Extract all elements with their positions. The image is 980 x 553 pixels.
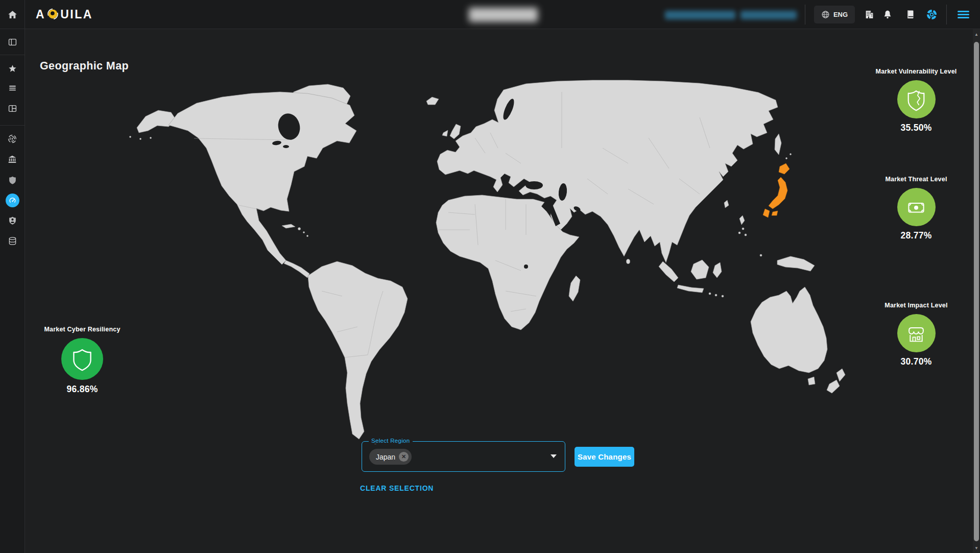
country-shape[interactable] xyxy=(137,110,176,133)
gauge-value: 96.86% xyxy=(30,384,134,395)
sidebar-divider xyxy=(0,55,25,55)
country-shape[interactable] xyxy=(308,261,408,439)
gauge-label: Market Vulnerability Level xyxy=(864,68,968,75)
home-button[interactable] xyxy=(0,0,25,29)
globe-icon xyxy=(821,10,830,19)
sidebar-item-radar[interactable] xyxy=(0,130,25,148)
support-button[interactable] xyxy=(922,0,941,29)
region-chip-japan[interactable]: Japan ✕ xyxy=(369,449,412,465)
topbar-divider xyxy=(946,5,947,25)
gauge-icon xyxy=(9,197,16,204)
banknote-icon xyxy=(902,194,930,221)
select-region-label: Select Region xyxy=(369,438,413,444)
gauge-value: 28.77% xyxy=(864,230,968,241)
broken-shield-icon xyxy=(902,86,930,113)
sidebar-item-panel[interactable] xyxy=(0,33,25,51)
scroll-down-icon[interactable]: ▼ xyxy=(973,546,980,550)
gauge-circle xyxy=(897,80,936,118)
storefront-icon xyxy=(902,320,930,347)
page-title: Geographic Map xyxy=(40,60,129,73)
brand-text-prefix: A xyxy=(36,8,45,21)
book-icon xyxy=(906,10,915,19)
brand-logo: A UILA xyxy=(36,0,93,29)
top-bar: A UILA ENG xyxy=(0,0,980,29)
shield-icon xyxy=(67,344,97,374)
language-label: ENG xyxy=(833,11,848,18)
language-selector[interactable]: ENG xyxy=(814,6,855,23)
scroll-up-icon[interactable]: ▲ xyxy=(973,32,980,37)
sidebar-item-dashboard[interactable] xyxy=(0,100,25,117)
side-nav xyxy=(0,29,25,553)
bank-icon xyxy=(8,155,17,164)
country-shape[interactable] xyxy=(569,276,580,301)
select-region-field[interactable]: Select Region Japan ✕ xyxy=(362,441,565,472)
active-indicator xyxy=(6,194,19,207)
main-menu-button[interactable] xyxy=(954,0,972,29)
save-changes-button[interactable]: Save Changes xyxy=(575,447,634,467)
country-shape[interactable] xyxy=(751,287,827,373)
chip-remove-icon[interactable]: ✕ xyxy=(399,452,409,462)
redacted-page-header xyxy=(469,8,538,22)
clear-selection-link[interactable]: CLEAR SELECTION xyxy=(360,484,434,492)
radar-icon xyxy=(8,134,17,143)
sidebar-item-favorites[interactable] xyxy=(0,60,25,77)
logo-eye-icon xyxy=(46,8,59,20)
world-map[interactable] xyxy=(117,77,863,444)
star-icon xyxy=(8,64,17,73)
gauge-circle xyxy=(61,338,103,380)
home-icon xyxy=(8,10,17,19)
sidebar-item-user-protection[interactable] xyxy=(0,212,25,229)
gauge-threat: Market Threat Level 28.77% xyxy=(864,176,968,241)
redacted-link-1[interactable] xyxy=(665,11,735,19)
scrollbar-thumb[interactable] xyxy=(974,42,979,541)
gauge-label: Market Impact Level xyxy=(864,302,968,309)
grid-layout-icon xyxy=(8,104,17,113)
organization-icon xyxy=(865,10,874,19)
organization-button[interactable] xyxy=(860,0,878,29)
gauge-cyber-resiliency: Market Cyber Resiliency 96.86% xyxy=(30,326,134,395)
topbar-divider xyxy=(805,5,805,25)
list-icon xyxy=(8,84,17,92)
gauge-circle xyxy=(897,314,936,352)
notifications-button[interactable] xyxy=(878,0,897,29)
vertical-scrollbar[interactable]: ▲ ▼ xyxy=(973,29,980,553)
country-japan[interactable] xyxy=(763,163,790,218)
chip-label: Japan xyxy=(376,453,395,461)
sidebar-item-geographic-map-active[interactable] xyxy=(0,191,25,209)
database-icon xyxy=(8,236,17,246)
country-shape[interactable] xyxy=(284,260,309,278)
panel-icon xyxy=(8,38,17,46)
user-shield-icon xyxy=(8,216,17,225)
gauge-impact: Market Impact Level 30.70% xyxy=(864,302,968,367)
country-shape[interactable] xyxy=(169,92,356,265)
brand-text-suffix: UILA xyxy=(60,8,93,21)
sidebar-divider xyxy=(0,125,25,126)
gauge-label: Market Threat Level xyxy=(864,176,968,183)
gauge-circle xyxy=(897,188,936,226)
sidebar-item-security[interactable] xyxy=(0,172,25,189)
gauge-value: 35.50% xyxy=(864,123,968,133)
bell-icon xyxy=(883,10,892,19)
sidebar-item-list[interactable] xyxy=(0,79,25,97)
menu-icon xyxy=(958,11,969,18)
shield-icon xyxy=(8,176,17,185)
gauge-value: 30.70% xyxy=(864,356,968,367)
gauge-label: Market Cyber Resiliency xyxy=(30,326,134,333)
sidebar-item-institutions[interactable] xyxy=(0,151,25,168)
docs-button[interactable] xyxy=(901,0,919,29)
lifebuoy-icon xyxy=(926,9,938,20)
sidebar-item-data[interactable] xyxy=(0,232,25,250)
gauge-vulnerability: Market Vulnerability Level 35.50% xyxy=(864,68,968,133)
chevron-down-icon[interactable] xyxy=(551,454,557,458)
redacted-link-2[interactable] xyxy=(740,11,797,19)
